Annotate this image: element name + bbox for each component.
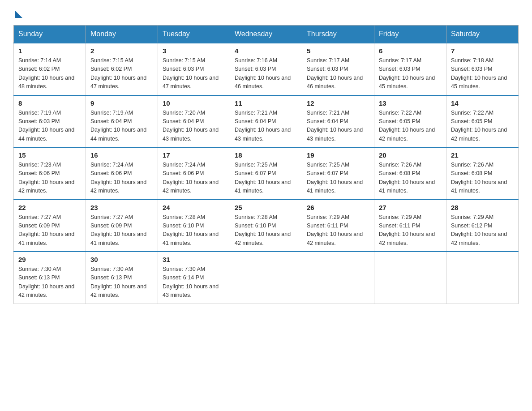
page-header <box>13 9 519 16</box>
day-number: 14 <box>451 99 514 107</box>
calendar-cell: 1Sunrise: 7:14 AMSunset: 6:02 PMDaylight… <box>14 43 86 95</box>
calendar-cell <box>230 252 302 304</box>
day-info: Sunrise: 7:17 AMSunset: 6:03 PMDaylight:… <box>379 56 442 91</box>
day-number: 5 <box>307 47 369 55</box>
day-number: 26 <box>307 204 369 211</box>
day-number: 7 <box>451 47 514 55</box>
day-info: Sunrise: 7:23 AMSunset: 6:06 PMDaylight:… <box>18 161 81 196</box>
day-info: Sunrise: 7:18 AMSunset: 6:03 PMDaylight:… <box>451 56 514 91</box>
day-info: Sunrise: 7:20 AMSunset: 6:04 PMDaylight:… <box>163 109 225 144</box>
calendar-cell: 18Sunrise: 7:25 AMSunset: 6:07 PMDayligh… <box>230 147 302 200</box>
calendar-week-row: 8Sunrise: 7:19 AMSunset: 6:03 PMDaylight… <box>14 95 519 148</box>
calendar-cell <box>374 252 446 304</box>
calendar-cell <box>446 252 519 304</box>
calendar-cell: 15Sunrise: 7:23 AMSunset: 6:06 PMDayligh… <box>14 147 86 200</box>
day-number: 24 <box>163 204 225 211</box>
day-info: Sunrise: 7:15 AMSunset: 6:02 PMDaylight:… <box>90 56 153 91</box>
calendar-table: SundayMondayTuesdayWednesdayThursdayFrid… <box>13 25 519 304</box>
calendar-day-header: Thursday <box>302 26 374 43</box>
day-number: 10 <box>163 99 225 107</box>
day-info: Sunrise: 7:25 AMSunset: 6:07 PMDaylight:… <box>307 161 369 196</box>
calendar-day-header: Monday <box>86 26 158 43</box>
calendar-cell: 23Sunrise: 7:27 AMSunset: 6:09 PMDayligh… <box>86 200 158 252</box>
calendar-cell: 12Sunrise: 7:21 AMSunset: 6:04 PMDayligh… <box>302 95 374 148</box>
day-number: 22 <box>18 204 81 211</box>
day-number: 20 <box>379 151 442 159</box>
day-number: 8 <box>18 99 81 107</box>
day-number: 30 <box>90 256 153 263</box>
logo-triangle-icon <box>15 11 22 18</box>
calendar-cell: 28Sunrise: 7:29 AMSunset: 6:12 PMDayligh… <box>446 200 519 252</box>
calendar-cell: 4Sunrise: 7:16 AMSunset: 6:03 PMDaylight… <box>230 43 302 95</box>
calendar-week-row: 29Sunrise: 7:30 AMSunset: 6:13 PMDayligh… <box>14 252 519 304</box>
calendar-cell: 31Sunrise: 7:30 AMSunset: 6:14 PMDayligh… <box>158 252 230 304</box>
calendar-week-row: 15Sunrise: 7:23 AMSunset: 6:06 PMDayligh… <box>14 147 519 200</box>
day-info: Sunrise: 7:26 AMSunset: 6:08 PMDaylight:… <box>451 161 514 196</box>
calendar-day-header: Tuesday <box>158 26 230 43</box>
logo <box>13 9 22 16</box>
calendar-week-row: 22Sunrise: 7:27 AMSunset: 6:09 PMDayligh… <box>14 200 519 252</box>
day-number: 9 <box>90 99 153 107</box>
day-info: Sunrise: 7:21 AMSunset: 6:04 PMDaylight:… <box>307 109 369 144</box>
day-info: Sunrise: 7:28 AMSunset: 6:10 PMDaylight:… <box>163 213 225 248</box>
calendar-cell: 22Sunrise: 7:27 AMSunset: 6:09 PMDayligh… <box>14 200 86 252</box>
calendar-cell: 19Sunrise: 7:25 AMSunset: 6:07 PMDayligh… <box>302 147 374 200</box>
day-info: Sunrise: 7:29 AMSunset: 6:11 PMDaylight:… <box>379 213 442 248</box>
calendar-cell: 2Sunrise: 7:15 AMSunset: 6:02 PMDaylight… <box>86 43 158 95</box>
day-number: 6 <box>379 47 442 55</box>
day-number: 13 <box>379 99 442 107</box>
calendar-cell: 8Sunrise: 7:19 AMSunset: 6:03 PMDaylight… <box>14 95 86 148</box>
day-info: Sunrise: 7:25 AMSunset: 6:07 PMDaylight:… <box>235 161 297 196</box>
calendar-cell: 9Sunrise: 7:19 AMSunset: 6:04 PMDaylight… <box>86 95 158 148</box>
calendar-cell: 7Sunrise: 7:18 AMSunset: 6:03 PMDaylight… <box>446 43 519 95</box>
day-number: 23 <box>90 204 153 211</box>
calendar-day-header: Friday <box>374 26 446 43</box>
day-number: 18 <box>235 151 297 159</box>
calendar-cell: 24Sunrise: 7:28 AMSunset: 6:10 PMDayligh… <box>158 200 230 252</box>
day-info: Sunrise: 7:24 AMSunset: 6:06 PMDaylight:… <box>90 161 153 196</box>
day-info: Sunrise: 7:17 AMSunset: 6:03 PMDaylight:… <box>307 56 369 91</box>
day-info: Sunrise: 7:15 AMSunset: 6:03 PMDaylight:… <box>163 56 225 91</box>
calendar-cell: 27Sunrise: 7:29 AMSunset: 6:11 PMDayligh… <box>374 200 446 252</box>
day-number: 4 <box>235 47 297 55</box>
calendar-cell: 3Sunrise: 7:15 AMSunset: 6:03 PMDaylight… <box>158 43 230 95</box>
calendar-cell: 6Sunrise: 7:17 AMSunset: 6:03 PMDaylight… <box>374 43 446 95</box>
day-info: Sunrise: 7:24 AMSunset: 6:06 PMDaylight:… <box>163 161 225 196</box>
calendar-cell: 16Sunrise: 7:24 AMSunset: 6:06 PMDayligh… <box>86 147 158 200</box>
calendar-cell: 17Sunrise: 7:24 AMSunset: 6:06 PMDayligh… <box>158 147 230 200</box>
day-number: 27 <box>379 204 442 211</box>
calendar-week-row: 1Sunrise: 7:14 AMSunset: 6:02 PMDaylight… <box>14 43 519 95</box>
calendar-cell: 5Sunrise: 7:17 AMSunset: 6:03 PMDaylight… <box>302 43 374 95</box>
day-info: Sunrise: 7:30 AMSunset: 6:14 PMDaylight:… <box>163 265 225 300</box>
day-info: Sunrise: 7:30 AMSunset: 6:13 PMDaylight:… <box>18 265 81 300</box>
day-info: Sunrise: 7:27 AMSunset: 6:09 PMDaylight:… <box>18 213 81 248</box>
day-info: Sunrise: 7:22 AMSunset: 6:05 PMDaylight:… <box>451 109 514 144</box>
day-info: Sunrise: 7:29 AMSunset: 6:11 PMDaylight:… <box>307 213 369 248</box>
day-number: 28 <box>451 204 514 211</box>
day-number: 12 <box>307 99 369 107</box>
day-info: Sunrise: 7:30 AMSunset: 6:13 PMDaylight:… <box>90 265 153 300</box>
calendar-cell: 14Sunrise: 7:22 AMSunset: 6:05 PMDayligh… <box>446 95 519 148</box>
calendar-cell: 13Sunrise: 7:22 AMSunset: 6:05 PMDayligh… <box>374 95 446 148</box>
calendar-cell: 11Sunrise: 7:21 AMSunset: 6:04 PMDayligh… <box>230 95 302 148</box>
calendar-day-header: Saturday <box>446 26 519 43</box>
calendar-cell: 21Sunrise: 7:26 AMSunset: 6:08 PMDayligh… <box>446 147 519 200</box>
day-info: Sunrise: 7:19 AMSunset: 6:03 PMDaylight:… <box>18 109 81 144</box>
calendar-cell: 20Sunrise: 7:26 AMSunset: 6:08 PMDayligh… <box>374 147 446 200</box>
calendar-cell <box>302 252 374 304</box>
day-number: 1 <box>18 47 81 55</box>
day-number: 11 <box>235 99 297 107</box>
day-info: Sunrise: 7:19 AMSunset: 6:04 PMDaylight:… <box>90 109 153 144</box>
day-number: 25 <box>235 204 297 211</box>
day-info: Sunrise: 7:22 AMSunset: 6:05 PMDaylight:… <box>379 109 442 144</box>
calendar-cell: 25Sunrise: 7:28 AMSunset: 6:10 PMDayligh… <box>230 200 302 252</box>
day-info: Sunrise: 7:29 AMSunset: 6:12 PMDaylight:… <box>451 213 514 248</box>
day-number: 17 <box>163 151 225 159</box>
day-number: 19 <box>307 151 369 159</box>
day-number: 15 <box>18 151 81 159</box>
calendar-cell: 26Sunrise: 7:29 AMSunset: 6:11 PMDayligh… <box>302 200 374 252</box>
calendar-day-header: Sunday <box>14 26 86 43</box>
day-number: 31 <box>163 256 225 263</box>
day-info: Sunrise: 7:21 AMSunset: 6:04 PMDaylight:… <box>235 109 297 144</box>
calendar-cell: 29Sunrise: 7:30 AMSunset: 6:13 PMDayligh… <box>14 252 86 304</box>
